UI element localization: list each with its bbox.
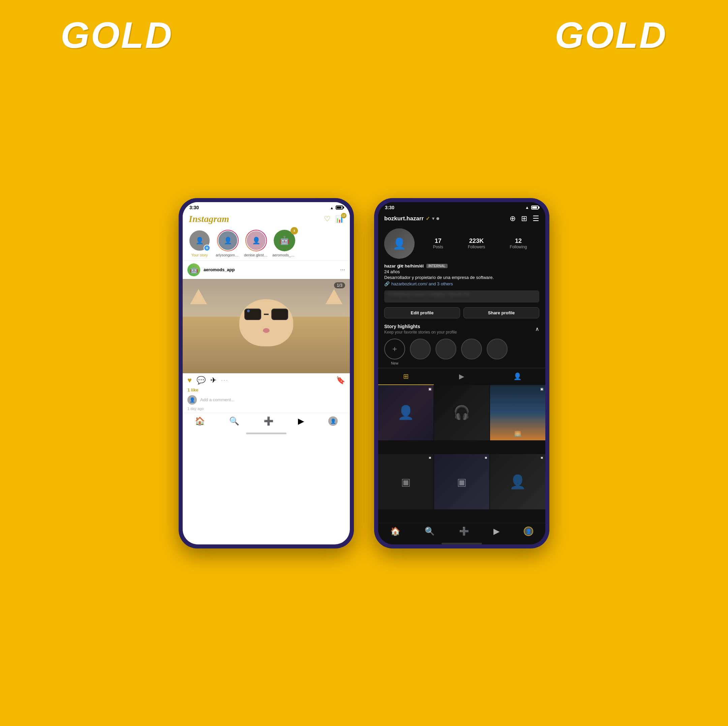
tab-tagged[interactable]: 👤 [490, 368, 545, 385]
stat-following[interactable]: 12 Following [510, 238, 527, 249]
sunglass-bridge [264, 314, 269, 315]
highlight-circle-1 [410, 339, 431, 360]
story-item-2[interactable]: 👤 denise.glestm... [244, 230, 268, 257]
tab-reels[interactable]: ▶ [434, 368, 489, 385]
photo-indicator-4: ▣ [429, 456, 431, 459]
new-highlight-item[interactable]: + New [384, 339, 405, 365]
highlight-item-3[interactable] [461, 339, 482, 365]
photo-cell-2[interactable]: 🎧 [434, 385, 489, 440]
highlight-item-2[interactable] [436, 339, 456, 365]
heart-icon[interactable]: ♡ [324, 215, 330, 223]
bio-age: 24 años [384, 269, 539, 274]
dark-nav-reels-btn[interactable]: ▶ [493, 526, 500, 536]
photo-cell-5[interactable]: ▣ ▣ [434, 454, 489, 509]
highlights-subtitle: Keep your favorite stories on your profi… [384, 330, 457, 334]
right-status-bar: 3:30 ▲ [378, 202, 545, 212]
share-btn[interactable]: ✈ [210, 376, 216, 385]
post-actions: ♥ 💬 ✈ ··· 🔖 [183, 373, 350, 387]
bio-name-row: hazar ɡïɐ he/him/él INTERNAL [384, 264, 539, 268]
blurred-text: Professional Account • Category • Blurre… [384, 290, 539, 298]
profile-pic-inner: 👤 [384, 229, 414, 259]
your-story-item[interactable]: 👤 + Your story [187, 230, 212, 257]
right-battery-icon [531, 206, 538, 209]
left-status-bar: 3:30 [183, 202, 350, 212]
nav-home-btn[interactable]: 🏠 [195, 416, 205, 426]
bio-name-text: hazar ɡïɐ he/him/él [384, 264, 424, 268]
friends-badge: 3 [291, 227, 298, 235]
profile-action-btns: Edit profile Share profile [378, 305, 545, 321]
tab-grid[interactable]: ⊞ [378, 368, 434, 385]
threads-icon[interactable]: ⊕ [509, 214, 515, 223]
blurred-row: Professional Account • Category • Blurre… [378, 288, 545, 305]
highlight-item-4[interactable] [487, 339, 508, 365]
add-story-btn[interactable]: + [203, 245, 210, 251]
photo-cell-4[interactable]: ▣ ▣ [378, 454, 433, 509]
story-pic-2: 👤 [252, 236, 260, 245]
post-counter: 1/3 [334, 282, 345, 288]
story-item-3[interactable]: 🤖 3 aeromods_app [272, 230, 297, 257]
profile-header-bar: bozkurt.hazarr ✓ ▾ ⊕ ⊞ ☰ [378, 212, 545, 225]
photo-cell-1[interactable]: 👤 ▣ [378, 385, 433, 440]
menu-icon[interactable]: ☰ [532, 214, 539, 223]
dark-nav-search-btn[interactable]: 🔍 [425, 526, 435, 536]
post-comment-row[interactable]: 👤 Add a comment... [183, 394, 350, 406]
profile-stats-row: 👤 17 Posts 223K Followers 12 [378, 225, 545, 262]
post-avatar: 🤖 [187, 264, 200, 276]
profile-pic-large[interactable]: 👤 [384, 229, 414, 259]
profile-header-icons: ⊕ ⊞ ☰ [509, 214, 539, 223]
cat-bg [183, 279, 350, 373]
online-dot [436, 217, 439, 220]
posts-count: 17 [435, 238, 442, 245]
bio-link[interactable]: 🔗 hazarbozkurt.com/ and 3 others [384, 281, 539, 286]
activity-btn[interactable]: 📊 17 [335, 215, 344, 223]
blurred-block: Professional Account • Category • Blurre… [384, 290, 539, 302]
nav-profile-btn[interactable]: 👤 [328, 416, 338, 426]
following-label: Following [510, 245, 527, 249]
photo-cell-6[interactable]: 👤 ▣ [490, 454, 545, 509]
dark-nav-plus-btn[interactable]: ➕ [459, 526, 469, 536]
story-avatar-2: 👤 [245, 230, 267, 251]
ig-header-icons: ♡ 📊 17 [324, 215, 344, 223]
profile-username: bozkurt.hazarr ✓ ▾ [384, 215, 439, 222]
left-gold-title: GOLD [61, 14, 173, 56]
story-item-1[interactable]: 👤 arlysongomes... [216, 230, 240, 257]
add-content-icon[interactable]: ⊞ [521, 214, 527, 223]
highlights-title: Story highlights [384, 324, 457, 329]
plus-icon: + [392, 344, 397, 354]
stat-followers[interactable]: 223K Followers [468, 238, 485, 249]
right-bottom-nav: 🏠 🔍 ➕ ▶ 👤 [378, 523, 545, 541]
bookmark-btn[interactable]: 🔖 [336, 376, 345, 385]
story-label-2: denise.glestm... [244, 253, 268, 257]
share-profile-btn[interactable]: Share profile [463, 307, 539, 318]
post-header: 🤖 aeromods_app ··· [183, 261, 350, 279]
new-highlight-label: New [391, 361, 398, 365]
post-image: 1/3 [183, 279, 350, 373]
comment-btn[interactable]: 💬 [196, 376, 206, 385]
left-status-icons [330, 205, 343, 210]
story-pic-1: 👤 [224, 236, 232, 245]
photo-cell-3[interactable]: 🌅 ▣ [490, 385, 545, 440]
nav-reels-btn[interactable]: ▶ [298, 416, 304, 426]
dark-nav-profile-btn[interactable]: 👤 [524, 526, 533, 536]
left-time: 3:30 [190, 205, 199, 210]
post-more-btn[interactable]: ··· [340, 266, 345, 273]
highlights-chevron[interactable]: ∧ [535, 326, 539, 332]
dark-nav-home-btn[interactable]: 🏠 [390, 526, 401, 536]
like-btn[interactable]: ♥ [187, 376, 192, 385]
left-phone-shell: 3:30 Instagram ♡ 📊 17 [179, 198, 354, 549]
highlights-text: Story highlights Keep your favorite stor… [384, 324, 457, 334]
nav-search-btn[interactable]: 🔍 [229, 416, 239, 426]
comment-avatar: 👤 [187, 395, 197, 404]
your-story-avatar-wrapper: 👤 + [189, 230, 210, 251]
cat-ear-right [326, 289, 343, 304]
stat-posts[interactable]: 17 Posts [433, 238, 443, 249]
edit-profile-btn[interactable]: Edit profile [384, 307, 460, 318]
dropdown-chevron[interactable]: ▾ [432, 216, 434, 221]
dot-indicator: ··· [221, 377, 228, 383]
nav-plus-btn[interactable]: ➕ [263, 416, 274, 426]
right-phone-screen: 3:30 ▲ bozkurt.hazarr ✓ ▾ [378, 202, 545, 544]
your-story-label: Your story [191, 253, 208, 257]
action-icons: ♥ 💬 ✈ ··· [187, 376, 336, 385]
following-count: 12 [515, 238, 522, 245]
highlight-item-1[interactable] [410, 339, 431, 365]
